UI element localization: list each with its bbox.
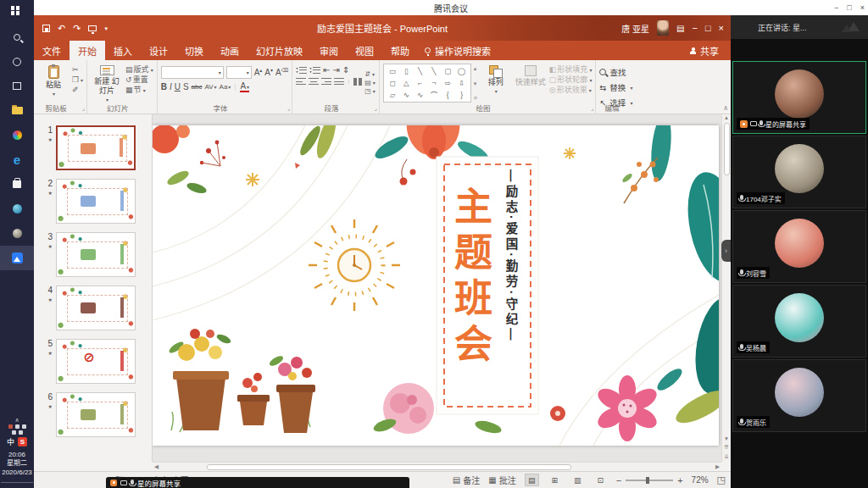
bullets-button[interactable]	[296, 67, 307, 75]
undo-icon[interactable]: ↶	[58, 24, 65, 33]
cut-button[interactable]: ✂	[72, 66, 83, 74]
meeting-minimize-button[interactable]: −	[834, 3, 838, 12]
justify-button[interactable]	[334, 78, 344, 86]
share-button[interactable]: 共享	[678, 41, 731, 60]
tab-帮助[interactable]: 帮助	[382, 41, 418, 60]
tray-expand-icon[interactable]: ∧	[14, 417, 19, 423]
tab-插入[interactable]: 插入	[105, 41, 141, 60]
meeting-maximize-button[interactable]: □	[847, 3, 851, 12]
notes-button[interactable]: ▤备注	[453, 474, 480, 486]
font-color-button[interactable]: A▾	[240, 82, 249, 92]
ppt-close-button[interactable]: ×	[719, 23, 724, 33]
find-button[interactable]: 查找	[599, 66, 632, 78]
italic-button[interactable]: I	[170, 83, 172, 92]
shape-glyph[interactable]: ╲	[427, 66, 441, 77]
scroll-up-icon[interactable]: ▲	[724, 114, 729, 120]
tray-plug-icon[interactable]	[22, 424, 26, 429]
slide-thumbnail-4[interactable]	[56, 286, 136, 330]
show-desktop-button[interactable]	[1, 482, 33, 486]
paste-button[interactable]: 粘贴▾	[37, 64, 70, 103]
tab-切换[interactable]: 切换	[176, 41, 212, 60]
ime-indicator[interactable]: 中	[7, 436, 14, 447]
vertical-scroll-thumb[interactable]	[724, 123, 730, 175]
tab-文件[interactable]: 文件	[34, 41, 70, 60]
save-icon[interactable]	[42, 25, 50, 32]
scroll-right-icon[interactable]: ▶	[714, 463, 721, 470]
horizontal-scroll-thumb[interactable]	[207, 464, 571, 470]
align-text-button[interactable]: ▤▾	[364, 80, 376, 86]
shape-glyph[interactable]: ◯	[454, 66, 468, 77]
slide-editor[interactable]: 主题班会 —励志·爱国·勤劳·守纪—	[153, 125, 719, 446]
grow-font-button[interactable]: A▴	[254, 68, 263, 77]
taskbar-app-gray[interactable]	[0, 221, 34, 246]
shapes-scroll-down-icon[interactable]: ▾	[474, 80, 477, 87]
shape-glyph[interactable]: ▱	[386, 90, 399, 101]
slideshow-icon[interactable]	[88, 25, 97, 31]
horizontal-scrollbar[interactable]: ◀ ▶	[153, 462, 721, 471]
shapes-scroll-up-icon[interactable]: ▴	[474, 65, 477, 72]
participant-tile[interactable]: 星的屏幕共享	[732, 61, 866, 134]
reading-view-button[interactable]: ▥	[570, 474, 585, 486]
taskbar-app-meeting[interactable]	[0, 246, 34, 270]
tray-grid-icon[interactable]	[15, 424, 19, 429]
columns-button[interactable]	[353, 78, 362, 86]
shape-glyph[interactable]: ⇩	[454, 78, 468, 89]
comments-button[interactable]: ▦批注	[488, 474, 515, 486]
scroll-left-icon[interactable]: ◀	[153, 463, 160, 470]
redo-icon[interactable]: ↷	[73, 24, 81, 33]
drawing-dialog-launcher[interactable]: ⌟	[591, 105, 593, 112]
tray-network-icon[interactable]	[12, 430, 16, 435]
tray-volume-icon[interactable]	[19, 430, 23, 435]
shape-glyph[interactable]: ⌒	[427, 90, 441, 101]
participant-tile[interactable]: 吴杨晨	[732, 285, 866, 358]
shape-glyph[interactable]: ⌐	[413, 78, 426, 89]
taskbar-app-folder[interactable]	[0, 98, 34, 123]
taskbar-app-teal[interactable]	[0, 197, 34, 221]
arrange-button[interactable]: 排列▾	[480, 64, 512, 103]
reset-button[interactable]: ↺重置	[125, 76, 153, 84]
shape-glyph[interactable]: {	[441, 90, 454, 101]
underline-button[interactable]: U	[175, 83, 181, 92]
taskbar-app-search[interactable]	[0, 25, 34, 49]
numbering-button[interactable]	[309, 67, 320, 75]
taskbar-app-edge[interactable]: e	[0, 147, 34, 172]
align-center-button[interactable]	[309, 78, 319, 86]
tab-审阅[interactable]: 审阅	[311, 41, 347, 60]
shape-glyph[interactable]: ◻	[386, 78, 399, 89]
shape-fill-button[interactable]: ◧形状填充▾	[549, 66, 593, 74]
strikethrough-button[interactable]: abc	[192, 84, 203, 91]
tab-幻灯片放映[interactable]: 幻灯片放映	[248, 41, 311, 60]
zoom-level[interactable]: 72%	[692, 475, 709, 485]
change-case-button[interactable]: Aa▾	[220, 84, 231, 91]
font-name-combo[interactable]: ▾	[161, 66, 224, 79]
section-button[interactable]: ▦节▾	[125, 86, 153, 94]
zoom-slider-thumb[interactable]	[646, 477, 649, 484]
shape-glyph[interactable]: △	[399, 78, 413, 89]
slide-thumbnail-5[interactable]: ⊘	[56, 339, 136, 384]
taskbar-clock[interactable]: 20:06 星期二 2020/6/23	[2, 451, 32, 478]
text-shadow-button[interactable]: S	[183, 83, 189, 92]
previous-slide-button[interactable]: ⇈	[724, 444, 728, 451]
account-avatar[interactable]	[657, 20, 669, 36]
sidebar-collapse-handle[interactable]: ›	[721, 240, 731, 262]
participant-tile[interactable]: 贺雨乐	[732, 359, 866, 432]
shape-glyph[interactable]: ¬	[427, 78, 441, 89]
zoom-out-button[interactable]: −	[616, 475, 621, 485]
font-size-combo[interactable]: ▾	[226, 66, 252, 79]
taskbar-app-store[interactable]	[0, 172, 34, 197]
meeting-close-button[interactable]: ×	[860, 3, 865, 12]
ppt-maximize-button[interactable]: □	[705, 23, 711, 33]
tray-app-icon[interactable]	[8, 424, 13, 429]
copy-button[interactable]: ❐▾	[72, 76, 83, 84]
next-slide-button[interactable]: ⇊	[724, 453, 728, 460]
shrink-font-button[interactable]: A▾	[264, 68, 273, 77]
shape-glyph[interactable]: ∿	[413, 90, 426, 101]
scroll-down-icon[interactable]: ▼	[724, 435, 729, 441]
paragraph-dialog-launcher[interactable]: ⌟	[374, 105, 376, 112]
screen-share-indicator[interactable]: 星的屏幕共享	[106, 477, 409, 488]
shape-glyph[interactable]: ╲	[413, 66, 426, 77]
character-spacing-button[interactable]: AV▾	[204, 84, 216, 91]
shape-glyph[interactable]: ▢	[441, 66, 454, 77]
format-painter-button[interactable]: ✐	[72, 86, 83, 94]
slide-thumbnail-3[interactable]	[56, 232, 136, 277]
